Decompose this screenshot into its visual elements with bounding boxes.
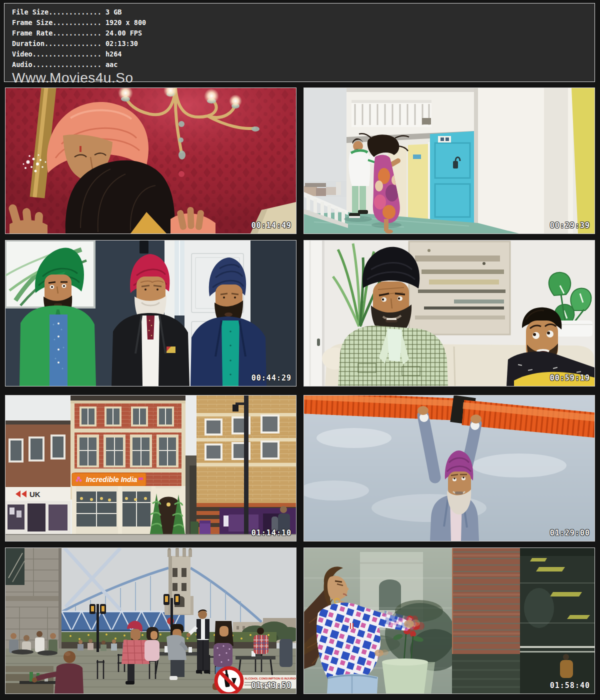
- screenshot-1-image: [6, 88, 296, 234]
- media-info-box: File Size............. 3 GB Frame Size..…: [4, 3, 595, 82]
- white-door-left: [304, 240, 324, 386]
- timestamp: 00:44:29: [252, 374, 292, 382]
- pink-jacket-woman: [144, 627, 160, 661]
- right-hand: [176, 207, 204, 230]
- screenshot-cell-7: ALCOHOL CONSUMPTION IS INJURIOUS 01:43:5…: [5, 548, 296, 694]
- info-line-video: Video................. h264: [12, 49, 594, 60]
- screenshot-cell-8: 01:58:40: [304, 548, 595, 694]
- screenshot-3-image: [6, 240, 296, 386]
- timestamp: 00:59:19: [550, 374, 590, 382]
- green-bin: [190, 522, 198, 534]
- screenshot-5-image: UK: [6, 396, 296, 541]
- screenshot-cell-2: 00:29:39: [304, 88, 595, 234]
- screenshot-7-image: ALCOHOL CONSUMPTION IS INJURIOUS: [6, 548, 296, 694]
- bridge-tower: [164, 548, 194, 615]
- info-line-duration: Duration.............. 02:13:30: [12, 38, 594, 49]
- screenshot-cell-3: 00:44:29: [5, 240, 296, 386]
- uk-sign: UK: [30, 490, 40, 498]
- green-vase: [382, 658, 435, 694]
- incredible-india-building: Incredible India: [70, 396, 186, 541]
- screenshot-8-image: [304, 548, 594, 694]
- timestamp: 00:14:49: [252, 221, 292, 230]
- distant-town: [304, 181, 346, 197]
- wall-device: [140, 240, 148, 254]
- info-line-frame-size: Frame Size............ 1920 x 800: [12, 18, 594, 28]
- wall-lantern: [422, 118, 431, 124]
- media-info-sheet: File Size............. 3 GB Frame Size..…: [0, 0, 600, 700]
- white-pillar: [478, 88, 544, 234]
- screenshot-cell-1: 00:14:49: [5, 88, 296, 234]
- brick-pillar: [452, 548, 520, 694]
- alcohol-warning-text: ALCOHOL CONSUMPTION IS INJURIOUS: [244, 677, 296, 680]
- site-watermark: Www.Movies4u.So: [12, 70, 594, 86]
- left-building: UK: [6, 420, 70, 534]
- abstract-painting: [409, 242, 510, 334]
- incredible-india-sign: Incredible India: [86, 476, 138, 484]
- screenshot-2-image: [304, 88, 594, 234]
- door-handle: [317, 338, 320, 346]
- street-lamp-pole: [244, 396, 248, 541]
- timestamp: 01:58:40: [550, 681, 590, 690]
- info-line-audio: Audio................. aac: [12, 60, 594, 70]
- shop-window: [520, 548, 594, 694]
- timestamp: 01:29:00: [550, 528, 590, 538]
- info-line-file-size: File Size............. 3 GB: [12, 7, 594, 18]
- screenshot-cell-5: UK: [5, 395, 296, 542]
- left-windows: [8, 434, 66, 462]
- screenshot-cell-6: 01:29:00: [304, 395, 595, 542]
- info-line-frame-rate: Frame Rate............ 24.00 FPS: [12, 28, 594, 38]
- chandelier-drop: [178, 171, 184, 177]
- screenshot-6-image: [304, 396, 594, 541]
- screenshot-cell-4: 00:59:19: [304, 240, 595, 386]
- timestamp: 00:29:39: [550, 221, 590, 230]
- timestamp: 01:43:50: [252, 681, 292, 690]
- screenshot-4-image: [304, 240, 594, 386]
- timestamp: 01:14:10: [252, 528, 292, 538]
- right-building: [190, 396, 296, 541]
